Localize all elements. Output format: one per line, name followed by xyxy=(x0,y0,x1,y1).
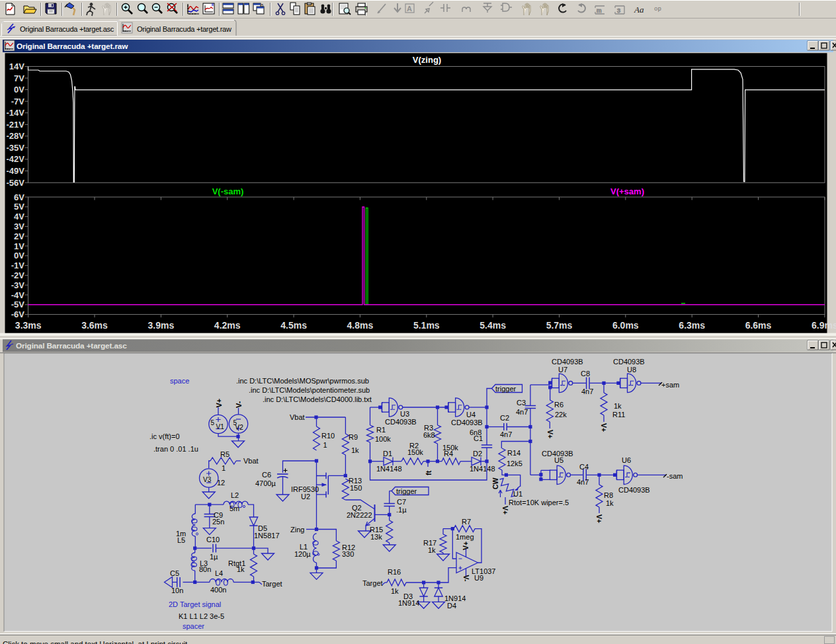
svg-text:V-: V- xyxy=(235,401,243,408)
svg-text:120µ: 120µ xyxy=(294,550,311,558)
svg-text:.inc D:\LTC\Models\CD4000.lib.: .inc D:\LTC\Models\CD4000.lib.txt xyxy=(263,395,372,403)
svg-text:330: 330 xyxy=(342,550,354,558)
svg-text:V-: V- xyxy=(462,575,470,582)
svg-text:2V: 2V xyxy=(14,231,24,241)
svg-text:R9: R9 xyxy=(349,433,358,441)
svg-text:Q2: Q2 xyxy=(352,504,362,512)
svg-text:7V: 7V xyxy=(14,73,24,83)
svg-text:Original Barracuda +target.raw: Original Barracuda +target.raw xyxy=(17,42,128,51)
svg-text:13k: 13k xyxy=(370,533,382,541)
svg-text:-sam: -sam xyxy=(667,472,683,480)
svg-text:op: op xyxy=(654,6,661,13)
svg-text:A: A xyxy=(407,5,412,13)
svg-text:V1: V1 xyxy=(216,423,225,430)
svg-text:R1: R1 xyxy=(376,426,386,434)
svg-text:3V: 3V xyxy=(14,221,24,231)
svg-text:C2: C2 xyxy=(500,414,509,422)
svg-text:.ic v(ft)=0: .ic v(ft)=0 xyxy=(149,432,180,440)
svg-text:1N4148: 1N4148 xyxy=(470,465,495,473)
svg-text:C7: C7 xyxy=(397,498,406,506)
svg-text:1k: 1k xyxy=(351,446,359,454)
svg-text:-28V: -28V xyxy=(7,131,25,141)
svg-text:CD4093B: CD4093B xyxy=(451,419,483,426)
svg-text:U8: U8 xyxy=(627,366,636,374)
svg-text:-35V: -35V xyxy=(7,143,25,153)
svg-text:C10: C10 xyxy=(206,536,220,543)
svg-text:V+: V+ xyxy=(462,542,470,550)
svg-text:-49V: -49V xyxy=(7,166,25,176)
svg-text:6.0ms: 6.0ms xyxy=(612,320,639,331)
svg-text:C1: C1 xyxy=(474,434,483,442)
svg-text:Aa: Aa xyxy=(634,5,644,15)
svg-text:12k5: 12k5 xyxy=(507,460,522,467)
svg-text:-6V: -6V xyxy=(11,309,25,319)
svg-text:V(+sam): V(+sam) xyxy=(610,186,644,196)
svg-text:4V: 4V xyxy=(14,212,24,221)
svg-text:-4V: -4V xyxy=(11,290,25,300)
svg-text:U2: U2 xyxy=(301,493,310,501)
svg-text:R11: R11 xyxy=(612,411,625,419)
svg-text:CD4093B: CD4093B xyxy=(542,450,573,458)
svg-text:1N5817: 1N5817 xyxy=(254,532,280,540)
svg-text:-7V: -7V xyxy=(11,97,25,106)
svg-text:spacer: spacer xyxy=(183,622,204,630)
svg-text:150k: 150k xyxy=(407,448,423,456)
svg-text:12: 12 xyxy=(217,479,225,487)
svg-text:6V: 6V xyxy=(14,192,24,202)
svg-text:U3: U3 xyxy=(400,410,409,418)
svg-text:10n: 10n xyxy=(171,586,183,594)
svg-text:22k: 22k xyxy=(555,411,567,419)
svg-text:5.1ms: 5.1ms xyxy=(413,320,440,331)
svg-text:ft: ft xyxy=(425,470,433,475)
svg-text:CD4093B: CD4093B xyxy=(613,358,645,366)
svg-text:1meg: 1meg xyxy=(456,533,474,541)
svg-text:4n7: 4n7 xyxy=(577,478,589,486)
svg-text:25n: 25n xyxy=(212,518,224,526)
svg-text:R16: R16 xyxy=(388,568,401,576)
svg-text:1k: 1k xyxy=(391,587,399,595)
svg-text:4.5ms: 4.5ms xyxy=(280,320,307,331)
svg-text:4n7: 4n7 xyxy=(500,430,512,438)
svg-text:6.9ms: 6.9ms xyxy=(812,320,836,331)
svg-text:CD4093B: CD4093B xyxy=(385,418,417,426)
svg-text:V+: V+ xyxy=(546,430,554,438)
svg-text:space: space xyxy=(170,377,189,385)
svg-text:R4: R4 xyxy=(444,450,453,458)
svg-text:Original Barracuda +target.asc: Original Barracuda +target.asc xyxy=(16,341,127,350)
svg-text:.tran 0 .01 .1u: .tran 0 .01 .1u xyxy=(153,445,198,453)
svg-text:5.7ms: 5.7ms xyxy=(546,320,573,331)
svg-text:400n: 400n xyxy=(210,586,226,594)
svg-text:6k8: 6k8 xyxy=(423,431,435,439)
svg-text:Click to move small and text H: Click to move small and text Horizontal,… xyxy=(3,640,188,644)
svg-text:100k: 100k xyxy=(375,435,391,443)
svg-text:Target: Target xyxy=(262,580,282,588)
svg-text:-14V: -14V xyxy=(7,108,25,118)
svg-text:trigger: trigger xyxy=(495,385,517,393)
svg-text:+sam: +sam xyxy=(661,381,679,389)
svg-text:L4: L4 xyxy=(215,569,223,577)
svg-text:1k: 1k xyxy=(606,499,614,507)
svg-text:C8: C8 xyxy=(581,370,590,378)
svg-text:m: m xyxy=(597,7,602,14)
svg-text:5m: 5m xyxy=(230,504,239,512)
svg-text:4700µ: 4700µ xyxy=(255,479,276,487)
svg-text:1: 1 xyxy=(222,464,226,472)
svg-text:R10: R10 xyxy=(321,432,335,440)
svg-text:5V: 5V xyxy=(14,202,24,212)
svg-text:150: 150 xyxy=(350,484,362,492)
svg-text:U6: U6 xyxy=(622,456,631,464)
svg-text:Target: Target xyxy=(362,579,383,587)
svg-text:4.8ms: 4.8ms xyxy=(347,320,374,331)
svg-text:1k: 1k xyxy=(614,402,622,410)
svg-text:D2: D2 xyxy=(473,450,482,458)
svg-text:4.2ms: 4.2ms xyxy=(214,320,241,331)
svg-text:-5V: -5V xyxy=(11,300,25,309)
svg-text:14V: 14V xyxy=(9,61,24,71)
svg-text:C4: C4 xyxy=(579,463,589,471)
svg-text:1V: 1V xyxy=(14,241,24,251)
svg-text:V(zing): V(zing) xyxy=(413,55,441,65)
svg-text:1k: 1k xyxy=(428,546,436,554)
svg-text:C6: C6 xyxy=(262,471,271,479)
svg-text:Original Barracuda +target.raw: Original Barracuda +target.raw xyxy=(137,25,231,33)
svg-text:R7: R7 xyxy=(462,518,471,526)
